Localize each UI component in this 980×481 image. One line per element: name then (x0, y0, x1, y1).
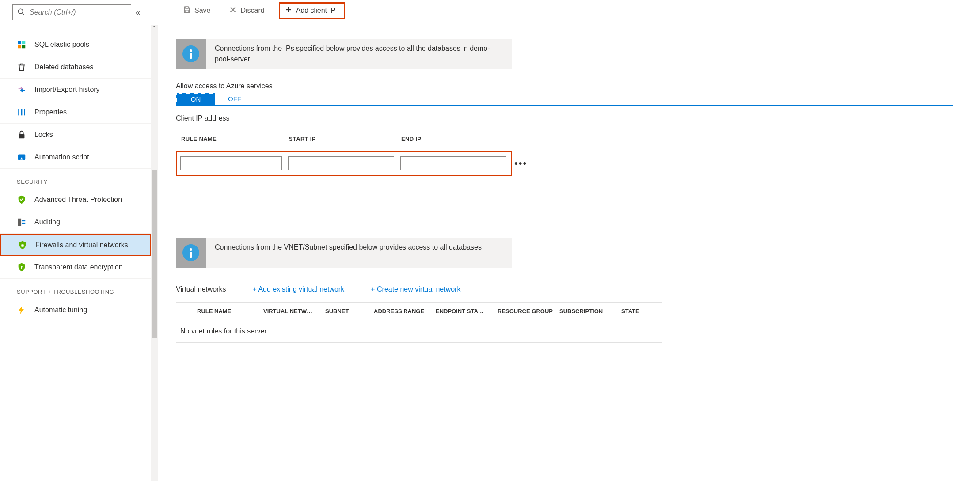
sidebar-item-transparent-data-encryption[interactable]: Transparent data encryption (0, 256, 151, 279)
search-icon (17, 8, 25, 17)
sidebar-item-label: Automatic tuning (34, 306, 87, 314)
sidebar-item-auditing[interactable]: Auditing (0, 211, 151, 234)
add-existing-vnet-link[interactable]: + Add existing virtual network (253, 285, 345, 293)
info-banner-vnet: Connections from the VNET/Subnet specifi… (176, 238, 512, 268)
script-icon (17, 152, 27, 162)
sidebar-item-automation-script[interactable]: Automation script (0, 146, 151, 169)
svg-rect-9 (19, 134, 25, 138)
toggle-on[interactable]: ON (176, 93, 215, 105)
toggle-off[interactable]: OFF (215, 93, 254, 105)
add-client-ip-button[interactable]: Add client IP (279, 2, 345, 19)
sidebar-item-label: Import/Export history (34, 86, 100, 94)
sidebar-item-deleted-databases[interactable]: Deleted databases (0, 56, 151, 79)
info-icon (182, 244, 199, 261)
end-ip-input[interactable] (400, 156, 506, 170)
lightning-icon (17, 305, 27, 315)
lock-icon (17, 130, 27, 140)
more-actions-icon[interactable]: ••• (513, 158, 535, 169)
svg-point-0 (18, 9, 23, 14)
search-box[interactable] (12, 4, 131, 20)
svg-rect-2 (18, 41, 21, 44)
rule-name-input[interactable] (180, 156, 282, 170)
col-rule: RULE NAME (197, 308, 263, 314)
sidebar-item-label: SQL elastic pools (34, 41, 89, 49)
shield-key-icon (17, 262, 27, 272)
button-label: Discard (240, 7, 264, 15)
info-text: Connections from the IPs specified below… (206, 39, 512, 69)
sidebar-item-locks[interactable]: Locks (0, 124, 151, 146)
plus-icon (285, 6, 292, 15)
svg-rect-17 (186, 7, 188, 8)
auditing-icon (17, 217, 27, 227)
start-ip-input[interactable] (288, 156, 394, 170)
sidebar-item-advanced-threat-protection[interactable]: Advanced Threat Protection (0, 189, 151, 211)
discard-button[interactable]: Discard (224, 4, 269, 17)
vnet-title: Virtual networks (176, 285, 226, 293)
security-header: SECURITY (0, 169, 151, 189)
scroll-thumb[interactable] (152, 170, 157, 338)
button-label: Add client IP (296, 7, 336, 15)
toolbar: Save Discard Add client IP (176, 0, 953, 21)
allow-access-label: Allow access to Azure services (176, 82, 953, 90)
svg-rect-24 (190, 53, 192, 59)
sidebar-item-label: Properties (34, 108, 67, 116)
sidebar-search-row: « (0, 0, 158, 25)
svg-rect-3 (22, 41, 25, 44)
sidebar-item-automatic-tuning[interactable]: Automatic tuning (0, 299, 151, 321)
col-rg: RESOURCE GROUP (498, 308, 559, 314)
sidebar-item-properties[interactable]: Properties (0, 101, 151, 124)
col-end-ip: END IP (396, 136, 502, 142)
search-input[interactable] (30, 8, 126, 16)
info-icon-box (176, 238, 206, 268)
support-header: SUPPORT + TROUBLESHOOTING (0, 279, 151, 299)
import-export-icon (17, 85, 27, 95)
scroll-up-icon[interactable]: ⌃ (151, 25, 158, 34)
firewall-headers: RULE NAME START IP END IP (176, 136, 512, 142)
save-button[interactable]: Save (179, 4, 215, 17)
nav-scroll: SQL elastic pools Deleted databases Impo… (0, 25, 158, 481)
vnet-empty-message: No vnet rules for this server. (176, 320, 662, 343)
sidebar-item-label: Firewalls and virtual networks (35, 241, 128, 249)
svg-rect-14 (21, 244, 24, 247)
col-rule-name: RULE NAME (176, 136, 277, 142)
col-state: STATE (621, 308, 657, 314)
svg-line-1 (22, 13, 24, 15)
collapse-icon[interactable]: « (136, 8, 140, 17)
col-vnet: VIRTUAL NETW… (263, 308, 325, 314)
save-icon (183, 6, 191, 15)
trash-icon (17, 62, 27, 72)
sidebar-item-label: Transparent data encryption (34, 263, 123, 271)
sidebar-item-sql-elastic-pools[interactable]: SQL elastic pools (0, 34, 151, 56)
vnet-header-row: Virtual networks + Add existing virtual … (176, 285, 953, 293)
firewall-rules-table: RULE NAME START IP END IP ••• (176, 136, 512, 176)
elastic-pool-icon (17, 40, 27, 49)
vnet-table: RULE NAME VIRTUAL NETW… SUBNET ADDRESS R… (176, 302, 662, 343)
close-icon (229, 6, 237, 15)
properties-icon (17, 107, 27, 117)
svg-rect-13 (22, 223, 25, 224)
sidebar-item-label: Automation script (34, 153, 89, 161)
svg-rect-16 (21, 267, 22, 269)
svg-point-25 (190, 248, 192, 251)
vnet-columns: RULE NAME VIRTUAL NETW… SUBNET ADDRESS R… (176, 303, 662, 320)
svg-rect-4 (18, 45, 21, 48)
sidebar-item-import-export-history[interactable]: Import/Export history (0, 79, 151, 101)
col-subnet: SUBNET (325, 308, 374, 314)
sidebar-item-firewalls[interactable]: Firewalls and virtual networks (0, 234, 151, 256)
firewall-rule-row: ••• (176, 151, 512, 176)
sidebar-item-label: Deleted databases (34, 63, 93, 71)
col-start-ip: START IP (284, 136, 390, 142)
azure-services-toggle[interactable]: ON OFF (176, 93, 953, 106)
col-range: ADDRESS RANGE (374, 308, 436, 314)
sidebar-item-label: Auditing (34, 218, 60, 226)
scrollbar[interactable]: ⌃ (151, 25, 158, 481)
shield-check-icon (17, 195, 27, 205)
create-new-vnet-link[interactable]: + Create new virtual network (371, 285, 460, 293)
svg-rect-5 (22, 45, 25, 48)
svg-rect-12 (22, 220, 25, 222)
info-icon (182, 45, 199, 62)
shield-lock-icon (18, 240, 27, 250)
svg-rect-26 (190, 252, 192, 258)
sidebar: « SQL elastic pools Deleted databases Im… (0, 0, 158, 481)
col-sub: SUBSCRIPTION (559, 308, 621, 314)
